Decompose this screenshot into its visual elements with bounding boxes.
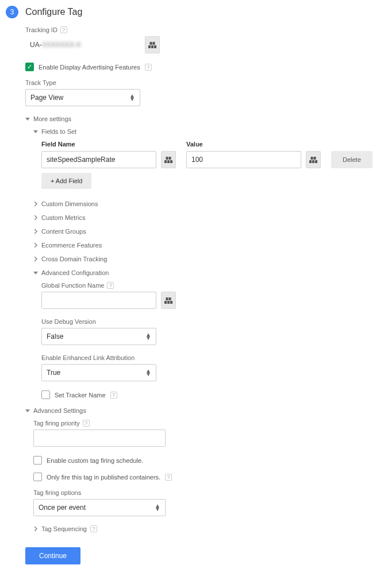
chevron-down-icon [25, 409, 30, 412]
add-field-button[interactable]: + Add Field [41, 173, 91, 189]
svg-rect-6 [167, 160, 170, 163]
ecommerce-toggle[interactable]: Ecommerce Features [33, 242, 373, 249]
debug-label: Use Debug Version [41, 318, 96, 325]
updown-icon: ▲▼ [145, 333, 151, 340]
custom-metrics-toggle[interactable]: Custom Metrics [33, 214, 373, 221]
page-title: Configure Tag [25, 7, 373, 17]
firing-options-select[interactable]: Once per event ▲▼ [33, 499, 166, 516]
variable-picker-button[interactable] [161, 151, 176, 168]
chevron-right-icon [33, 243, 38, 247]
svg-rect-8 [166, 157, 168, 160]
cross-domain-label: Cross Domain Tracking [41, 256, 107, 262]
ecommerce-label: Ecommerce Features [41, 242, 102, 249]
updown-icon: ▲▼ [129, 94, 135, 101]
custom-dimensions-label: Custom Dimensions [41, 200, 98, 207]
track-type-select[interactable]: Page View ▲▼ [25, 89, 140, 106]
tag-sequencing-toggle[interactable]: Tag Sequencing ? [33, 525, 373, 532]
svg-rect-3 [150, 42, 152, 45]
chevron-down-icon [25, 118, 30, 121]
svg-rect-0 [148, 45, 151, 48]
svg-rect-7 [170, 160, 172, 163]
fields-to-set-toggle[interactable]: Fields to Set [33, 128, 373, 135]
svg-rect-17 [170, 301, 172, 304]
advanced-settings-toggle[interactable]: Advanced Settings [25, 407, 373, 414]
chevron-right-icon [33, 257, 38, 261]
cross-domain-toggle[interactable]: Cross Domain Tracking [33, 256, 373, 262]
custom-metrics-label: Custom Metrics [41, 214, 85, 221]
chevron-down-icon [33, 130, 38, 133]
svg-rect-11 [312, 160, 314, 163]
brick-icon [164, 156, 172, 163]
track-type-label: Track Type [25, 79, 56, 86]
only-published-checkbox[interactable] [33, 473, 42, 481]
tracking-id-prefix: UA- [30, 41, 42, 49]
svg-rect-1 [151, 45, 154, 48]
updown-icon: ▲▼ [145, 369, 151, 376]
firing-options-value: Once per event [39, 504, 86, 512]
svg-rect-10 [309, 160, 312, 163]
svg-rect-5 [164, 160, 167, 163]
brick-icon [309, 156, 317, 163]
field-value-input[interactable] [186, 151, 301, 168]
help-icon[interactable]: ? [90, 525, 97, 532]
svg-rect-18 [166, 297, 168, 300]
enhanced-link-select[interactable]: True ▲▼ [41, 364, 156, 381]
display-advertising-label: Enable Display Advertising Features [39, 64, 140, 71]
svg-rect-15 [164, 301, 167, 304]
debug-value: False [47, 332, 63, 341]
chevron-down-icon [33, 272, 38, 274]
advanced-config-label: Advanced Configuration [41, 269, 109, 276]
chevron-right-icon [33, 202, 38, 206]
chevron-right-icon [33, 215, 38, 220]
display-advertising-checkbox[interactable] [25, 63, 34, 71]
set-tracker-checkbox[interactable] [41, 390, 50, 399]
svg-rect-19 [169, 297, 171, 300]
help-icon[interactable]: ? [165, 474, 172, 481]
svg-rect-14 [314, 157, 316, 160]
field-name-header: Field Name [41, 141, 176, 148]
field-name-input[interactable] [41, 151, 156, 168]
tracking-id-redacted: XXXXXXX-X [42, 41, 81, 49]
custom-dimensions-toggle[interactable]: Custom Dimensions [33, 200, 373, 207]
brick-icon [148, 41, 156, 48]
content-groups-toggle[interactable]: Content Groups [33, 228, 373, 235]
svg-rect-12 [315, 160, 317, 163]
content-groups-label: Content Groups [41, 228, 86, 235]
help-icon[interactable]: ? [110, 392, 117, 399]
tracking-id-label: Tracking ID [25, 26, 57, 33]
updown-icon: ▲▼ [155, 504, 160, 511]
svg-rect-2 [154, 45, 156, 48]
variable-picker-button[interactable] [306, 151, 321, 168]
help-icon[interactable]: ? [60, 26, 67, 33]
variable-picker-button[interactable] [161, 292, 176, 309]
fields-to-set-label: Fields to Set [41, 128, 76, 135]
track-type-value: Page View [30, 94, 63, 102]
help-icon[interactable]: ? [107, 282, 114, 289]
step-badge: 3 [6, 6, 18, 18]
advanced-settings-label: Advanced Settings [33, 407, 86, 414]
firing-options-label: Tag firing options [33, 489, 81, 496]
help-icon[interactable]: ? [145, 64, 152, 71]
help-icon[interactable]: ? [83, 420, 90, 427]
custom-schedule-checkbox[interactable] [33, 456, 42, 465]
set-tracker-label: Set Tracker Name [55, 392, 106, 399]
more-settings-label: More settings [33, 115, 71, 122]
value-header: Value [186, 141, 321, 148]
more-settings-toggle[interactable]: More settings [25, 115, 373, 122]
brick-icon [164, 297, 172, 304]
tracking-id-input[interactable]: UA-XXXXXXX-X [25, 41, 140, 49]
enhanced-link-value: True [47, 369, 60, 377]
advanced-config-toggle[interactable]: Advanced Configuration [33, 269, 373, 276]
variable-picker-button[interactable] [145, 36, 160, 53]
delete-field-button[interactable]: Delete [331, 151, 373, 168]
svg-rect-16 [167, 301, 170, 304]
debug-select[interactable]: False ▲▼ [41, 328, 156, 345]
global-fn-label: Global Function Name [41, 282, 104, 289]
global-fn-input[interactable] [41, 292, 156, 309]
svg-rect-4 [153, 42, 155, 45]
enhanced-link-label: Enable Enhanced Link Attribution [41, 354, 135, 361]
svg-rect-13 [311, 157, 313, 160]
continue-button[interactable]: Continue [25, 547, 80, 564]
priority-label: Tag firing priority [33, 420, 80, 427]
priority-input[interactable] [33, 430, 166, 447]
